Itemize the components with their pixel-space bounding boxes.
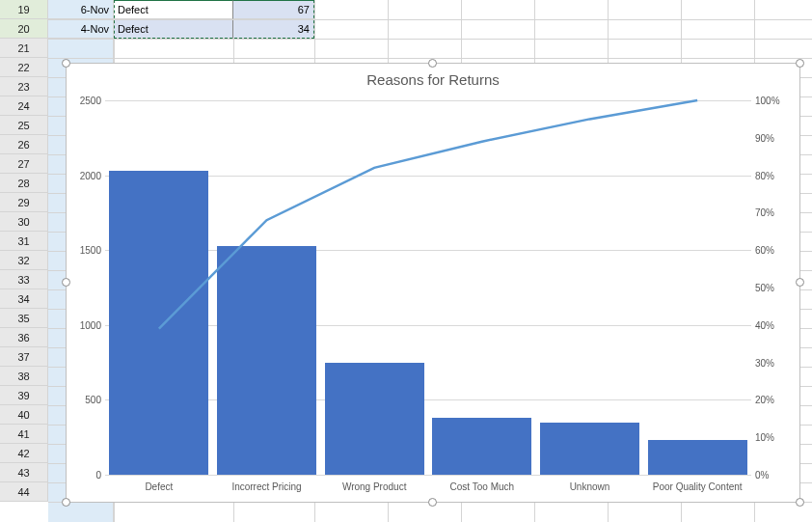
resize-handle-se[interactable] [796, 498, 804, 507]
x-axis-category: Incorrect Pricing [231, 481, 301, 492]
row-header[interactable]: 25 [0, 116, 48, 135]
row-header[interactable]: 34 [0, 289, 48, 309]
row-header[interactable]: 44 [0, 482, 48, 502]
row-header[interactable]: 28 [0, 174, 48, 193]
resize-handle-e[interactable] [796, 278, 804, 287]
row-header[interactable]: 30 [0, 212, 48, 232]
y2-axis-tick: 100% [755, 96, 792, 106]
x-axis-category: Wrong Product [342, 481, 407, 492]
cell-B19[interactable]: Defect [114, 0, 233, 19]
x-axis-category: Poor Quality Content [653, 481, 743, 492]
row-header[interactable]: 24 [0, 96, 48, 116]
y2-axis-tick: 30% [755, 357, 792, 368]
resize-handle-w[interactable] [62, 278, 70, 287]
y2-axis-tick: 0% [755, 470, 792, 481]
y2-axis-tick: 40% [755, 319, 792, 330]
chart-object[interactable]: Reasons for Returns 05001000150020002500… [66, 63, 800, 503]
resize-handle-nw[interactable] [62, 59, 70, 68]
chart-title[interactable]: Reasons for Returns [67, 71, 799, 88]
y-axis-tick: 2000 [70, 170, 101, 180]
resize-handle-ne[interactable] [796, 59, 804, 68]
y2-axis-tick: 60% [755, 245, 792, 256]
cell-A20[interactable]: 4-Nov [48, 19, 114, 39]
y2-axis-tick: 50% [755, 283, 792, 293]
row-header[interactable]: 38 [0, 367, 48, 386]
plot-area[interactable]: 050010001500200025000%10%20%30%40%50%60%… [105, 100, 751, 475]
row-header[interactable]: 39 [0, 386, 48, 405]
pareto-line[interactable] [105, 100, 751, 475]
resize-handle-n[interactable] [428, 59, 437, 68]
y2-axis-tick: 20% [755, 395, 792, 405]
resize-handle-s[interactable] [428, 498, 437, 507]
y2-axis-tick: 90% [755, 132, 792, 143]
cell-C20[interactable]: 34 [233, 19, 314, 39]
row-header[interactable]: 26 [0, 135, 48, 154]
row-header[interactable]: 35 [0, 309, 48, 328]
row-header[interactable]: 37 [0, 347, 48, 367]
cell-B20[interactable]: Defect [114, 19, 233, 39]
gridline [105, 475, 751, 476]
row-header[interactable]: 36 [0, 328, 48, 347]
y2-axis-tick: 10% [755, 432, 792, 443]
row-header[interactable]: 29 [0, 193, 48, 212]
y-axis-tick: 1000 [70, 319, 101, 330]
x-axis-category: Defect [145, 481, 173, 492]
row-header[interactable]: 19 [0, 0, 48, 19]
row-header[interactable]: 20 [0, 19, 48, 39]
y2-axis-tick: 70% [755, 207, 792, 218]
cell-C19[interactable]: 67 [233, 0, 314, 19]
x-axis-category: Unknown [570, 481, 610, 492]
row-header[interactable]: 40 [0, 405, 48, 425]
cell-A19[interactable]: 6-Nov [48, 0, 114, 19]
row-header[interactable]: 23 [0, 77, 48, 96]
y2-axis-tick: 80% [755, 170, 792, 180]
row-header[interactable]: 43 [0, 463, 48, 482]
row-header[interactable]: 33 [0, 270, 48, 289]
row-header[interactable]: 22 [0, 58, 48, 77]
y-axis-tick: 0 [70, 470, 101, 481]
row-header[interactable]: 32 [0, 251, 48, 270]
resize-handle-sw[interactable] [62, 498, 70, 507]
y-axis-tick: 1500 [70, 245, 101, 256]
y-axis-tick: 2500 [70, 96, 101, 106]
row-header[interactable]: 21 [0, 39, 48, 58]
row-header[interactable]: 27 [0, 154, 48, 174]
row-header[interactable]: 41 [0, 425, 48, 444]
row-header[interactable]: 31 [0, 232, 48, 251]
x-axis-category: Cost Too Much [450, 481, 515, 492]
row-header[interactable]: 42 [0, 444, 48, 463]
y-axis-tick: 500 [70, 395, 101, 405]
